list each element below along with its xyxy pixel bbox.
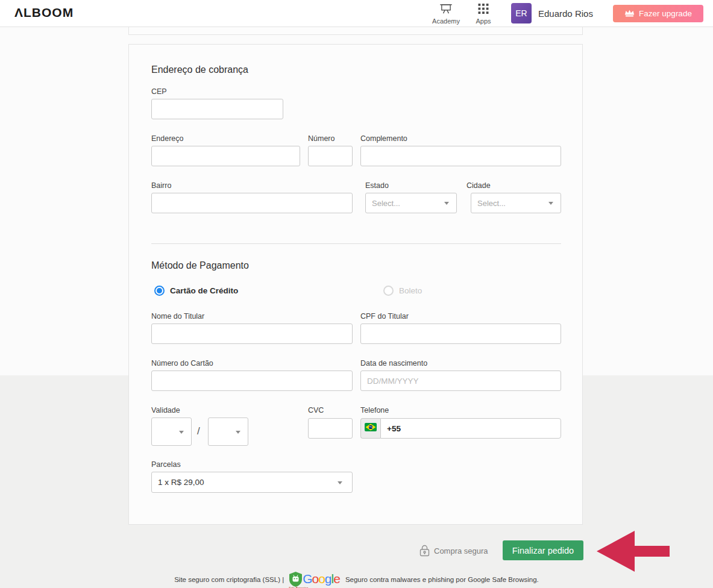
card-number-label: Número do Cartão	[151, 359, 213, 367]
holder-name-input[interactable]	[151, 324, 353, 344]
radio-selected-icon[interactable]	[154, 286, 165, 296]
numero-label: Número	[308, 134, 335, 143]
holder-name-label: Nome do Titular	[151, 312, 204, 321]
numero-input[interactable]	[308, 146, 353, 166]
phone-input[interactable]	[380, 418, 561, 439]
card-number-input[interactable]	[151, 371, 353, 391]
cidade-select-value: Select...	[477, 199, 506, 208]
crown-icon	[624, 9, 635, 19]
installments-label: Parcelas	[151, 460, 181, 469]
alboom-logo[interactable]: ΛLBOOM	[14, 5, 74, 20]
cvc-label: CVC	[308, 406, 324, 414]
cep-label: CEP	[151, 87, 167, 96]
google-safe-browsing-badge: Safe Browsing Google	[289, 571, 340, 588]
nav-academy[interactable]: Academy	[428, 4, 464, 25]
validity-month-select[interactable]	[151, 418, 192, 446]
cidade-select[interactable]: Select...	[471, 193, 561, 213]
method-boleto-label: Boleto	[399, 286, 422, 295]
apps-label: Apps	[476, 17, 491, 25]
radio-unselected-icon[interactable]	[383, 286, 394, 296]
payment-section-title: Método de Pagamento	[151, 260, 249, 271]
payment-method-card-option[interactable]: Cartão de Crédito	[154, 286, 238, 296]
birthdate-label: Data de nascimento	[360, 359, 427, 367]
estado-label: Estado	[365, 181, 389, 190]
chevron-down-icon	[548, 202, 553, 205]
cidade-label: Cidade	[466, 181, 491, 190]
checkout-page: ΛLBOOM Academy Apps	[0, 0, 713, 588]
upgrade-button-label: Fazer upgrade	[639, 9, 692, 18]
academy-screen-icon	[439, 4, 453, 16]
validity-year-select[interactable]	[208, 418, 248, 446]
bairro-label: Bairro	[151, 181, 171, 190]
lock-icon	[419, 545, 430, 559]
cvc-input[interactable]	[308, 418, 353, 439]
ssl-text: Site seguro com criptografia (SSL) |	[174, 576, 284, 583]
installments-select[interactable]: 1 x R$ 29,00	[151, 472, 353, 493]
validity-separator: /	[197, 425, 200, 437]
safe-browsing-shield-icon: Safe Browsing	[289, 572, 302, 587]
user-name[interactable]: Eduardo Rios	[538, 0, 593, 27]
malware-text: Seguro contra malwares e phishing por Go…	[345, 576, 539, 583]
apps-grid-icon	[478, 4, 489, 16]
nav-apps[interactable]: Apps	[465, 4, 501, 25]
billing-section-title: Endereço de cobrança	[151, 64, 248, 75]
previous-card-bottom	[128, 27, 583, 35]
cep-input[interactable]	[151, 99, 283, 119]
phone-country-selector[interactable]	[360, 418, 380, 439]
endereco-label: Endereço	[151, 134, 184, 143]
checkout-form-card: Endereço de cobrança CEP Endereço Número…	[128, 44, 583, 525]
complemento-label: Complemento	[360, 134, 407, 143]
section-divider	[151, 243, 561, 244]
phone-label: Telefone	[360, 406, 389, 414]
complemento-input[interactable]	[360, 146, 561, 166]
birthdate-input[interactable]	[360, 371, 561, 391]
secure-purchase-label: Compra segura	[434, 546, 488, 555]
academy-label: Academy	[432, 17, 460, 25]
top-navbar: ΛLBOOM Academy Apps	[0, 0, 713, 27]
user-avatar[interactable]: ER	[511, 3, 532, 23]
method-card-label: Cartão de Crédito	[170, 286, 238, 295]
holder-cpf-label: CPF do Titular	[360, 312, 409, 321]
safe-browsing-caption: Safe Browsing	[289, 586, 308, 588]
chevron-down-icon	[179, 431, 184, 434]
chevron-down-icon	[338, 481, 342, 484]
chevron-down-icon	[236, 431, 240, 434]
finalize-order-button[interactable]: Finalizar pedido	[503, 540, 583, 560]
brazil-flag-icon	[365, 423, 377, 434]
security-footer-bar: Site seguro com criptografia (SSL) | Saf…	[0, 571, 713, 588]
radio-dot	[157, 288, 162, 293]
bairro-input[interactable]	[151, 193, 353, 213]
payment-method-boleto-option[interactable]: Boleto	[383, 286, 422, 296]
installments-select-value: 1 x R$ 29,00	[158, 478, 204, 487]
estado-select[interactable]: Select...	[365, 193, 457, 213]
validity-label: Validade	[151, 406, 180, 414]
endereco-input[interactable]	[151, 146, 300, 166]
annotation-arrow-icon	[595, 530, 671, 575]
upgrade-button[interactable]: Fazer upgrade	[613, 5, 703, 22]
google-wordmark: Google	[303, 572, 340, 585]
chevron-down-icon	[444, 202, 449, 205]
holder-cpf-input[interactable]	[360, 324, 561, 344]
estado-select-value: Select...	[372, 199, 400, 208]
